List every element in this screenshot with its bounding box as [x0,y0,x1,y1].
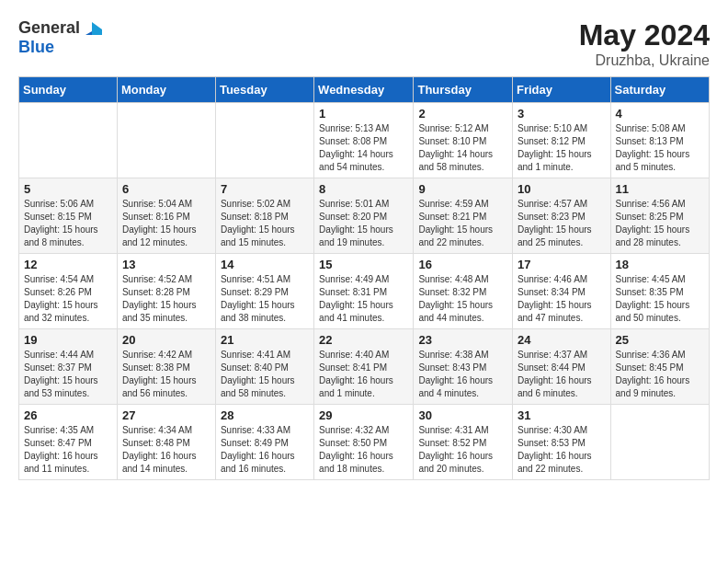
calendar-cell [610,405,709,480]
day-info: Sunrise: 5:02 AM Sunset: 8:18 PM Dayligh… [221,198,309,249]
day-info: Sunrise: 5:10 AM Sunset: 8:12 PM Dayligh… [518,122,606,174]
calendar-cell [215,103,313,178]
calendar-cell: 24Sunrise: 4:37 AM Sunset: 8:44 PM Dayli… [513,329,611,405]
day-number: 7 [221,182,309,196]
day-number: 29 [319,408,408,422]
day-info: Sunrise: 4:30 AM Sunset: 8:53 PM Dayligh… [518,424,606,476]
calendar-cell: 3Sunrise: 5:10 AM Sunset: 8:12 PM Daylig… [513,103,611,178]
location-subtitle: Druzhba, Ukraine [579,52,710,69]
day-number: 5 [24,182,112,196]
calendar-cell: 2Sunrise: 5:12 AM Sunset: 8:10 PM Daylig… [414,103,513,178]
weekday-header-cell: Tuesday [215,77,313,103]
logo-icon [82,18,102,39]
calendar-cell: 16Sunrise: 4:48 AM Sunset: 8:32 PM Dayli… [414,254,513,329]
calendar-cell: 4Sunrise: 5:08 AM Sunset: 8:13 PM Daylig… [610,103,709,178]
day-number: 19 [24,333,112,347]
day-number: 6 [122,182,210,196]
day-number: 2 [418,107,507,121]
calendar-week-row: 19Sunrise: 4:44 AM Sunset: 8:37 PM Dayli… [19,329,710,405]
logo-blue-text: Blue [18,39,102,57]
day-info: Sunrise: 4:45 AM Sunset: 8:35 PM Dayligh… [616,273,704,325]
calendar-cell: 26Sunrise: 4:35 AM Sunset: 8:47 PM Dayli… [19,405,118,480]
day-number: 16 [418,258,507,271]
day-number: 12 [24,258,112,271]
day-number: 10 [518,182,606,196]
month-year-title: May 2024 [579,18,710,52]
day-info: Sunrise: 4:34 AM Sunset: 8:48 PM Dayligh… [122,424,210,476]
day-number: 4 [616,107,704,121]
day-info: Sunrise: 4:52 AM Sunset: 8:28 PM Dayligh… [122,273,210,325]
day-info: Sunrise: 4:41 AM Sunset: 8:40 PM Dayligh… [221,349,309,400]
calendar-cell [19,103,118,178]
logo: General Blue [18,18,102,57]
day-number: 21 [221,333,309,347]
weekday-header-cell: Wednesday [314,77,414,103]
calendar-cell: 7Sunrise: 5:02 AM Sunset: 8:18 PM Daylig… [215,178,313,254]
weekday-header-row: SundayMondayTuesdayWednesdayThursdayFrid… [19,77,710,103]
calendar-cell: 20Sunrise: 4:42 AM Sunset: 8:38 PM Dayli… [117,329,215,405]
day-number: 14 [221,258,309,271]
day-info: Sunrise: 4:42 AM Sunset: 8:38 PM Dayligh… [122,349,210,400]
day-number: 22 [319,333,408,347]
calendar-cell: 5Sunrise: 5:06 AM Sunset: 8:15 PM Daylig… [19,178,118,254]
day-info: Sunrise: 5:01 AM Sunset: 8:20 PM Dayligh… [319,198,408,249]
calendar-cell: 28Sunrise: 4:33 AM Sunset: 8:49 PM Dayli… [215,405,313,480]
day-info: Sunrise: 4:59 AM Sunset: 8:21 PM Dayligh… [418,198,507,249]
day-number: 26 [24,408,112,422]
calendar-week-row: 12Sunrise: 4:54 AM Sunset: 8:26 PM Dayli… [19,254,710,329]
calendar-cell: 15Sunrise: 4:49 AM Sunset: 8:31 PM Dayli… [314,254,414,329]
day-info: Sunrise: 4:46 AM Sunset: 8:34 PM Dayligh… [518,273,606,325]
weekday-header-cell: Monday [117,77,215,103]
title-block: May 2024 Druzhba, Ukraine [579,18,710,69]
calendar-cell: 25Sunrise: 4:36 AM Sunset: 8:45 PM Dayli… [610,329,709,405]
day-info: Sunrise: 5:04 AM Sunset: 8:16 PM Dayligh… [122,198,210,249]
day-info: Sunrise: 4:35 AM Sunset: 8:47 PM Dayligh… [24,424,112,476]
day-info: Sunrise: 4:57 AM Sunset: 8:23 PM Dayligh… [518,198,606,249]
day-number: 28 [221,408,309,422]
calendar-cell: 17Sunrise: 4:46 AM Sunset: 8:34 PM Dayli… [513,254,611,329]
day-number: 18 [616,258,704,271]
day-info: Sunrise: 4:56 AM Sunset: 8:25 PM Dayligh… [616,198,704,249]
calendar-cell: 23Sunrise: 4:38 AM Sunset: 8:43 PM Dayli… [414,329,513,405]
day-info: Sunrise: 5:13 AM Sunset: 8:08 PM Dayligh… [319,122,408,174]
calendar-cell: 8Sunrise: 5:01 AM Sunset: 8:20 PM Daylig… [314,178,414,254]
day-number: 3 [518,107,606,121]
logo-general-text: General [18,19,80,38]
day-number: 8 [319,182,408,196]
calendar-table: SundayMondayTuesdayWednesdayThursdayFrid… [18,76,710,480]
weekday-header-cell: Friday [513,77,611,103]
calendar-cell: 18Sunrise: 4:45 AM Sunset: 8:35 PM Dayli… [610,254,709,329]
calendar-cell [117,103,215,178]
day-info: Sunrise: 4:44 AM Sunset: 8:37 PM Dayligh… [24,349,112,400]
day-info: Sunrise: 4:54 AM Sunset: 8:26 PM Dayligh… [24,273,112,325]
calendar-cell: 12Sunrise: 4:54 AM Sunset: 8:26 PM Dayli… [19,254,118,329]
day-info: Sunrise: 4:36 AM Sunset: 8:45 PM Dayligh… [616,349,704,400]
calendar-cell: 27Sunrise: 4:34 AM Sunset: 8:48 PM Dayli… [117,405,215,480]
calendar-cell: 21Sunrise: 4:41 AM Sunset: 8:40 PM Dayli… [215,329,313,405]
day-info: Sunrise: 4:51 AM Sunset: 8:29 PM Dayligh… [221,273,309,325]
day-number: 13 [122,258,210,271]
day-info: Sunrise: 4:32 AM Sunset: 8:50 PM Dayligh… [319,424,408,476]
day-number: 15 [319,258,408,271]
day-number: 20 [122,333,210,347]
calendar-cell: 31Sunrise: 4:30 AM Sunset: 8:53 PM Dayli… [513,405,611,480]
day-number: 9 [418,182,507,196]
calendar-cell: 22Sunrise: 4:40 AM Sunset: 8:41 PM Dayli… [314,329,414,405]
calendar-cell: 10Sunrise: 4:57 AM Sunset: 8:23 PM Dayli… [513,178,611,254]
calendar-week-row: 5Sunrise: 5:06 AM Sunset: 8:15 PM Daylig… [19,178,710,254]
day-number: 27 [122,408,210,422]
day-number: 31 [518,408,606,422]
day-info: Sunrise: 4:40 AM Sunset: 8:41 PM Dayligh… [319,349,408,400]
day-number: 17 [518,258,606,271]
calendar-cell: 30Sunrise: 4:31 AM Sunset: 8:52 PM Dayli… [414,405,513,480]
weekday-header-cell: Sunday [19,77,118,103]
day-info: Sunrise: 5:08 AM Sunset: 8:13 PM Dayligh… [616,122,704,174]
day-info: Sunrise: 5:12 AM Sunset: 8:10 PM Dayligh… [418,122,507,174]
calendar-cell: 6Sunrise: 5:04 AM Sunset: 8:16 PM Daylig… [117,178,215,254]
calendar-cell: 29Sunrise: 4:32 AM Sunset: 8:50 PM Dayli… [314,405,414,480]
day-number: 23 [418,333,507,347]
svg-marker-1 [92,22,102,35]
day-info: Sunrise: 4:31 AM Sunset: 8:52 PM Dayligh… [418,424,507,476]
weekday-header-cell: Thursday [414,77,513,103]
calendar-cell: 13Sunrise: 4:52 AM Sunset: 8:28 PM Dayli… [117,254,215,329]
